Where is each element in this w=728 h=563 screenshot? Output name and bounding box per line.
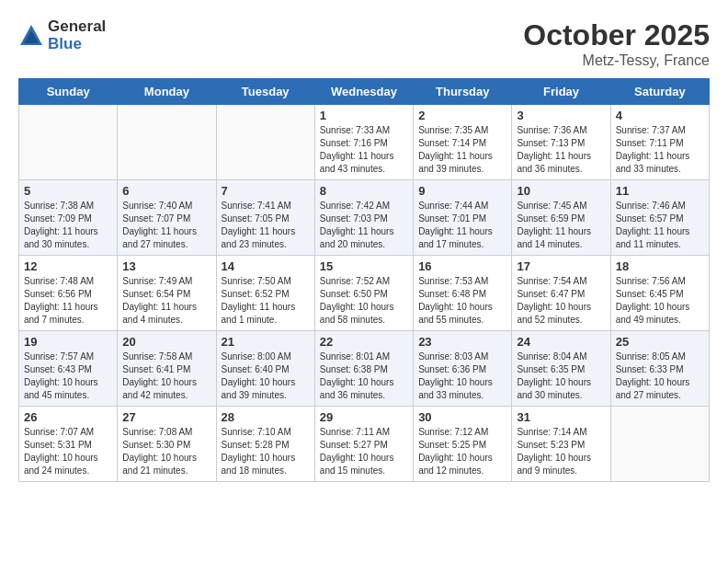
calendar-cell: 5Sunrise: 7:38 AM Sunset: 7:09 PM Daylig…	[19, 180, 118, 256]
day-number: 9	[418, 184, 506, 198]
day-number: 1	[320, 109, 408, 122]
location-title: Metz-Tessy, France	[523, 52, 710, 69]
day-info: Sunrise: 7:42 AM Sunset: 7:03 PM Dayligh…	[320, 200, 408, 251]
calendar-cell: 7Sunrise: 7:41 AM Sunset: 7:05 PM Daylig…	[216, 180, 314, 256]
calendar-table: Sunday Monday Tuesday Wednesday Thursday…	[18, 78, 710, 482]
calendar-cell: 20Sunrise: 7:58 AM Sunset: 6:41 PM Dayli…	[118, 331, 216, 407]
day-number: 24	[517, 335, 605, 349]
calendar-cell: 30Sunrise: 7:12 AM Sunset: 5:25 PM Dayli…	[414, 407, 512, 482]
day-info: Sunrise: 7:33 AM Sunset: 7:16 PM Dayligh…	[320, 124, 408, 176]
day-number: 16	[418, 259, 506, 273]
calendar-week-row: 1Sunrise: 7:33 AM Sunset: 7:16 PM Daylig…	[19, 105, 710, 180]
calendar-cell: 8Sunrise: 7:42 AM Sunset: 7:03 PM Daylig…	[314, 180, 413, 256]
calendar-week-row: 19Sunrise: 7:57 AM Sunset: 6:43 PM Dayli…	[19, 331, 710, 407]
calendar-cell: 14Sunrise: 7:50 AM Sunset: 6:52 PM Dayli…	[216, 256, 314, 331]
col-saturday: Saturday	[610, 79, 709, 105]
day-info: Sunrise: 7:44 AM Sunset: 7:01 PM Dayligh…	[418, 200, 506, 251]
calendar-cell: 31Sunrise: 7:14 AM Sunset: 5:23 PM Dayli…	[512, 407, 610, 482]
day-number: 2	[418, 109, 506, 122]
day-number: 8	[320, 184, 408, 198]
col-sunday: Sunday	[19, 79, 118, 105]
day-info: Sunrise: 7:53 AM Sunset: 6:48 PM Dayligh…	[418, 275, 506, 327]
day-info: Sunrise: 7:41 AM Sunset: 7:05 PM Dayligh…	[222, 200, 310, 251]
day-number: 7	[222, 184, 310, 198]
day-number: 21	[222, 335, 310, 349]
day-info: Sunrise: 7:50 AM Sunset: 6:52 PM Dayligh…	[222, 275, 310, 327]
title-area: October 2025 Metz-Tessy, France	[523, 18, 710, 69]
col-wednesday: Wednesday	[314, 79, 413, 105]
day-info: Sunrise: 7:40 AM Sunset: 7:07 PM Dayligh…	[122, 200, 210, 251]
day-info: Sunrise: 8:05 AM Sunset: 6:33 PM Dayligh…	[616, 350, 704, 402]
day-number: 11	[616, 184, 704, 198]
day-number: 23	[418, 335, 506, 349]
day-info: Sunrise: 7:08 AM Sunset: 5:30 PM Dayligh…	[122, 426, 210, 477]
calendar-week-row: 5Sunrise: 7:38 AM Sunset: 7:09 PM Daylig…	[19, 180, 710, 256]
day-number: 13	[122, 259, 210, 273]
col-tuesday: Tuesday	[216, 79, 314, 105]
month-title: October 2025	[523, 18, 710, 52]
calendar-cell	[19, 105, 118, 180]
day-info: Sunrise: 8:00 AM Sunset: 6:40 PM Dayligh…	[222, 350, 310, 402]
calendar-cell: 16Sunrise: 7:53 AM Sunset: 6:48 PM Dayli…	[414, 256, 512, 331]
calendar-cell: 12Sunrise: 7:48 AM Sunset: 6:56 PM Dayli…	[19, 256, 118, 331]
col-friday: Friday	[512, 79, 610, 105]
day-info: Sunrise: 7:37 AM Sunset: 7:11 PM Dayligh…	[616, 124, 704, 176]
day-number: 14	[222, 259, 310, 273]
day-info: Sunrise: 7:45 AM Sunset: 6:59 PM Dayligh…	[517, 200, 605, 251]
calendar-cell: 13Sunrise: 7:49 AM Sunset: 6:54 PM Dayli…	[118, 256, 216, 331]
calendar-cell	[610, 407, 709, 482]
day-number: 17	[517, 259, 605, 273]
day-number: 15	[320, 259, 408, 273]
logo-icon	[18, 23, 44, 49]
calendar-cell: 25Sunrise: 8:05 AM Sunset: 6:33 PM Dayli…	[610, 331, 709, 407]
day-number: 30	[418, 410, 506, 424]
logo-blue-text: Blue	[48, 36, 106, 53]
day-info: Sunrise: 7:12 AM Sunset: 5:25 PM Dayligh…	[418, 426, 506, 477]
calendar-cell: 11Sunrise: 7:46 AM Sunset: 6:57 PM Dayli…	[610, 180, 709, 256]
calendar-cell: 6Sunrise: 7:40 AM Sunset: 7:07 PM Daylig…	[118, 180, 216, 256]
calendar-header-row: Sunday Monday Tuesday Wednesday Thursday…	[19, 79, 710, 105]
calendar-cell: 19Sunrise: 7:57 AM Sunset: 6:43 PM Dayli…	[19, 331, 118, 407]
day-number: 28	[222, 410, 310, 424]
day-info: Sunrise: 7:56 AM Sunset: 6:45 PM Dayligh…	[616, 275, 704, 327]
page-header: General Blue October 2025 Metz-Tessy, Fr…	[18, 18, 710, 69]
logo: General Blue	[18, 18, 106, 52]
day-number: 19	[24, 335, 112, 349]
day-info: Sunrise: 7:57 AM Sunset: 6:43 PM Dayligh…	[24, 350, 112, 402]
day-number: 25	[616, 335, 704, 349]
day-info: Sunrise: 8:03 AM Sunset: 6:36 PM Dayligh…	[418, 350, 506, 402]
col-monday: Monday	[118, 79, 216, 105]
day-info: Sunrise: 7:11 AM Sunset: 5:27 PM Dayligh…	[320, 426, 408, 477]
calendar-cell: 22Sunrise: 8:01 AM Sunset: 6:38 PM Dayli…	[314, 331, 413, 407]
day-info: Sunrise: 7:52 AM Sunset: 6:50 PM Dayligh…	[320, 275, 408, 327]
calendar-cell	[118, 105, 216, 180]
day-info: Sunrise: 8:01 AM Sunset: 6:38 PM Dayligh…	[320, 350, 408, 402]
calendar-week-row: 12Sunrise: 7:48 AM Sunset: 6:56 PM Dayli…	[19, 256, 710, 331]
calendar-cell: 27Sunrise: 7:08 AM Sunset: 5:30 PM Dayli…	[118, 407, 216, 482]
calendar-cell: 2Sunrise: 7:35 AM Sunset: 7:14 PM Daylig…	[414, 105, 512, 180]
day-info: Sunrise: 7:38 AM Sunset: 7:09 PM Dayligh…	[24, 200, 112, 251]
day-number: 20	[122, 335, 210, 349]
day-info: Sunrise: 7:35 AM Sunset: 7:14 PM Dayligh…	[418, 124, 506, 176]
calendar-cell: 28Sunrise: 7:10 AM Sunset: 5:28 PM Dayli…	[216, 407, 314, 482]
day-number: 27	[122, 410, 210, 424]
day-info: Sunrise: 7:58 AM Sunset: 6:41 PM Dayligh…	[122, 350, 210, 402]
calendar-week-row: 26Sunrise: 7:07 AM Sunset: 5:31 PM Dayli…	[19, 407, 710, 482]
day-number: 29	[320, 410, 408, 424]
day-number: 26	[24, 410, 112, 424]
calendar-cell: 18Sunrise: 7:56 AM Sunset: 6:45 PM Dayli…	[610, 256, 709, 331]
day-info: Sunrise: 7:36 AM Sunset: 7:13 PM Dayligh…	[517, 124, 605, 176]
calendar-cell: 24Sunrise: 8:04 AM Sunset: 6:35 PM Dayli…	[512, 331, 610, 407]
calendar-cell: 26Sunrise: 7:07 AM Sunset: 5:31 PM Dayli…	[19, 407, 118, 482]
day-number: 12	[24, 259, 112, 273]
calendar-cell: 15Sunrise: 7:52 AM Sunset: 6:50 PM Dayli…	[314, 256, 413, 331]
day-info: Sunrise: 7:54 AM Sunset: 6:47 PM Dayligh…	[517, 275, 605, 327]
calendar-cell: 17Sunrise: 7:54 AM Sunset: 6:47 PM Dayli…	[512, 256, 610, 331]
day-info: Sunrise: 7:10 AM Sunset: 5:28 PM Dayligh…	[222, 426, 310, 477]
day-number: 22	[320, 335, 408, 349]
day-info: Sunrise: 7:49 AM Sunset: 6:54 PM Dayligh…	[122, 275, 210, 327]
calendar-cell: 1Sunrise: 7:33 AM Sunset: 7:16 PM Daylig…	[314, 105, 413, 180]
calendar-cell: 9Sunrise: 7:44 AM Sunset: 7:01 PM Daylig…	[414, 180, 512, 256]
calendar-cell: 3Sunrise: 7:36 AM Sunset: 7:13 PM Daylig…	[512, 105, 610, 180]
calendar-cell: 23Sunrise: 8:03 AM Sunset: 6:36 PM Dayli…	[414, 331, 512, 407]
